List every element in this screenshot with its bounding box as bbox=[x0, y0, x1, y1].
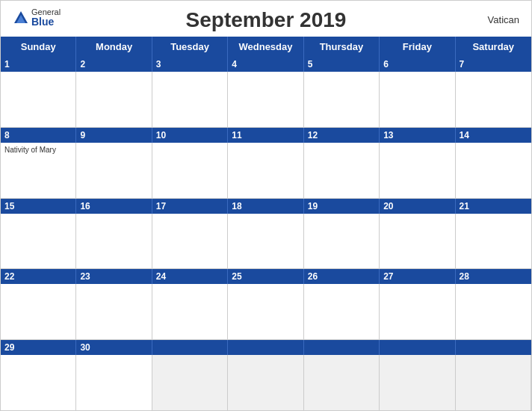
week-5-day-3-num bbox=[152, 340, 228, 355]
week-4-day-5-num: 26 bbox=[304, 269, 380, 284]
week-4-day-3-num: 24 bbox=[152, 269, 228, 284]
week-5-day-2-content bbox=[76, 355, 152, 410]
week-3-day-2-num: 16 bbox=[76, 199, 152, 214]
week-2-num-row: 891011121314 bbox=[1, 128, 531, 143]
week-3-day-2-content bbox=[76, 214, 152, 269]
week-4-day-5-content bbox=[304, 284, 380, 339]
week-4-day-1-content bbox=[1, 284, 76, 339]
week-4-day-6-content bbox=[380, 284, 455, 339]
logo: General Blue bbox=[13, 8, 61, 27]
week-5-day-6-num bbox=[380, 340, 455, 355]
event-text: Nativity of Mary bbox=[4, 146, 56, 154]
header-saturday: Saturday bbox=[456, 37, 531, 57]
logo-icon bbox=[13, 10, 29, 26]
week-5-day-1-num: 29 bbox=[1, 340, 76, 355]
week-2-day-4-num: 11 bbox=[228, 128, 303, 143]
week-3-day-3-num: 17 bbox=[152, 199, 228, 214]
week-3-day-4-num: 18 bbox=[228, 199, 303, 214]
week-3-day-5-num: 19 bbox=[304, 199, 380, 214]
header-wednesday: Wednesday bbox=[228, 37, 303, 57]
day-headers-row: Sunday Monday Tuesday Wednesday Thursday… bbox=[1, 37, 531, 57]
week-1-day-7-num: 7 bbox=[456, 57, 531, 72]
week-2-day-2-content bbox=[76, 143, 152, 198]
week-2-day-1-num: 8 bbox=[1, 128, 76, 143]
week-4-day-4-content bbox=[228, 284, 303, 339]
calendar-header: General Blue September 2019 Vatican bbox=[1, 1, 531, 37]
calendar-title: September 2019 bbox=[186, 8, 347, 32]
week-3-day-7-content bbox=[456, 214, 531, 269]
header-tuesday: Tuesday bbox=[152, 37, 228, 57]
week-2-day-3-content bbox=[152, 143, 228, 198]
week-5-content-row bbox=[1, 355, 531, 410]
week-3-day-1-num: 15 bbox=[1, 199, 76, 214]
week-1-num-row: 1234567 bbox=[1, 57, 531, 72]
week-4-num-row: 22232425262728 bbox=[1, 269, 531, 284]
week-2-day-5-num: 12 bbox=[304, 128, 380, 143]
week-3-content-row bbox=[1, 214, 531, 269]
week-3-day-6-num: 20 bbox=[380, 199, 455, 214]
week-1-day-6-content bbox=[380, 72, 455, 127]
week-1-day-4-content bbox=[228, 72, 303, 127]
week-3-day-3-content bbox=[152, 214, 228, 269]
week-5-day-7-content bbox=[456, 355, 531, 410]
week-1-day-4-num: 4 bbox=[228, 57, 303, 72]
week-5-day-6-content bbox=[380, 355, 455, 410]
calendar-grid: 1234567891011121314Nativity of Mary15161… bbox=[1, 57, 531, 410]
week-2: 891011121314Nativity of Mary bbox=[1, 128, 531, 199]
week-4: 22232425262728 bbox=[1, 269, 531, 340]
week-5-day-4-content bbox=[228, 355, 303, 410]
week-2-day-1-content: Nativity of Mary bbox=[1, 143, 76, 198]
week-4-day-6-num: 27 bbox=[380, 269, 455, 284]
week-5-day-3-content bbox=[152, 355, 228, 410]
week-1-day-1-content bbox=[1, 72, 76, 127]
week-5-num-row: 2930 bbox=[1, 340, 531, 355]
week-5-day-2-num: 30 bbox=[76, 340, 152, 355]
week-1-content-row bbox=[1, 72, 531, 127]
header-thursday: Thursday bbox=[304, 37, 380, 57]
header-monday: Monday bbox=[76, 37, 152, 57]
header-sunday: Sunday bbox=[1, 37, 76, 57]
week-5-day-1-content bbox=[1, 355, 76, 410]
week-4-day-1-num: 22 bbox=[1, 269, 76, 284]
week-1-day-1-num: 1 bbox=[1, 57, 76, 72]
week-1-day-2-content bbox=[76, 72, 152, 127]
week-1-day-2-num: 2 bbox=[76, 57, 152, 72]
week-1-day-3-num: 3 bbox=[152, 57, 228, 72]
week-4-day-7-num: 28 bbox=[456, 269, 531, 284]
week-2-day-2-num: 9 bbox=[76, 128, 152, 143]
week-2-day-5-content bbox=[304, 143, 380, 198]
week-3-num-row: 15161718192021 bbox=[1, 199, 531, 214]
week-2-day-7-num: 14 bbox=[456, 128, 531, 143]
week-2-day-7-content bbox=[456, 143, 531, 198]
week-2-day-6-content bbox=[380, 143, 455, 198]
week-4-day-3-content bbox=[152, 284, 228, 339]
week-5-day-5-num bbox=[304, 340, 380, 355]
week-1-day-5-content bbox=[304, 72, 380, 127]
week-3-day-7-num: 21 bbox=[456, 199, 531, 214]
week-1-day-3-content bbox=[152, 72, 228, 127]
week-2-day-4-content bbox=[228, 143, 303, 198]
week-1-day-7-content bbox=[456, 72, 531, 127]
week-2-day-6-num: 13 bbox=[380, 128, 455, 143]
week-4-day-7-content bbox=[456, 284, 531, 339]
week-3: 15161718192021 bbox=[1, 199, 531, 270]
header-friday: Friday bbox=[380, 37, 455, 57]
week-3-day-4-content bbox=[228, 214, 303, 269]
week-4-day-4-num: 25 bbox=[228, 269, 303, 284]
calendar: General Blue September 2019 Vatican Sund… bbox=[0, 0, 532, 411]
week-1-day-5-num: 5 bbox=[304, 57, 380, 72]
week-2-content-row: Nativity of Mary bbox=[1, 143, 531, 198]
week-4-day-2-num: 23 bbox=[76, 269, 152, 284]
week-5: 2930 bbox=[1, 340, 531, 410]
week-4-day-2-content bbox=[76, 284, 152, 339]
week-1-day-6-num: 6 bbox=[380, 57, 455, 72]
week-5-day-5-content bbox=[304, 355, 380, 410]
week-3-day-1-content bbox=[1, 214, 76, 269]
week-3-day-6-content bbox=[380, 214, 455, 269]
logo-blue-text: Blue bbox=[31, 16, 61, 27]
week-5-day-4-num bbox=[228, 340, 303, 355]
week-4-content-row bbox=[1, 284, 531, 339]
week-1: 1234567 bbox=[1, 57, 531, 128]
week-2-day-3-num: 10 bbox=[152, 128, 228, 143]
country-label: Vatican bbox=[488, 14, 519, 25]
